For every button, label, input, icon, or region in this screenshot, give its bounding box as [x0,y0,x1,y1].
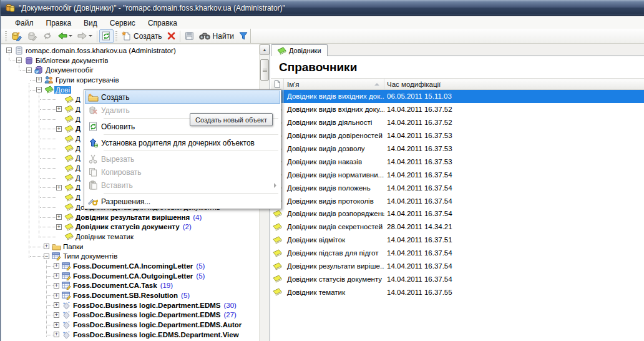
tree-item[interactable]: +Групи користувачів [1,75,270,85]
menu-вид[interactable]: Вид [77,17,104,29]
refresh-icon [85,122,101,131]
title-bar[interactable]: "Документообіг (Довідники)" - "romapc.do… [1,0,644,16]
tree-item-label: Foss.Document.SB.Resolution [72,292,179,299]
menu-сервис[interactable]: Сервис [104,17,142,29]
row-modified: 14.04.2011 16.37.53 [384,145,644,152]
toolbar-grip[interactable] [5,31,7,41]
toolbar-grip[interactable] [115,31,117,41]
row-modified: 14.04.2011 16.37.52 [384,119,644,126]
tree-item[interactable]: +Довідник статусів документу(2) [1,222,270,232]
row-modified: 28.04.2011 14.34.21 [384,223,644,230]
table-row[interactable]: Довідник видів довіреностей14.04.2011 16… [271,129,644,142]
table-row[interactable]: Довідник видів секретностей28.04.2011 14… [271,220,644,234]
expand-icon[interactable]: + [54,302,59,308]
collapse-icon[interactable]: − [6,47,12,53]
table-row[interactable]: Довідник видів вихідних док...06.05.2011… [271,90,644,103]
table-row[interactable]: Довідник видів розпоряджень14.04.2011 16… [271,207,644,220]
app-icon [5,3,15,13]
row-name: Довідник видів діяльності [284,119,384,126]
expand-icon[interactable]: + [54,312,59,318]
refresh-button[interactable] [99,29,114,43]
collapse-icon[interactable]: − [26,67,32,73]
collapse-icon[interactable]: − [16,57,22,63]
collapse-icon[interactable]: − [36,87,42,92]
expand-icon[interactable]: + [54,283,59,289]
tree-item[interactable]: +Foss.Document.CA.IncomingLetter(5) [1,261,270,271]
expand-icon[interactable]: + [56,185,62,190]
filter-button[interactable] [237,29,250,43]
tree-item[interactable]: −Типи документів [1,251,270,261]
tree-item[interactable]: +FossDoc.Business logic.Department.EDMS(… [1,310,270,320]
expand-icon[interactable]: + [54,293,59,299]
table-row[interactable]: Довідник видів дозволу14.04.2011 16.37.5… [271,142,644,156]
row-modified: 06.05.2011 15.11.03 [384,92,644,100]
name-column-header[interactable]: Ім'я [284,79,384,89]
collapse-icon[interactable]: − [44,254,49,259]
row-modified: 14.04.2011 16.37.53 [384,158,644,166]
expand-icon[interactable]: + [54,322,59,328]
expand-icon[interactable]: + [54,273,59,279]
tree-item[interactable]: +Foss.Document.SB.Resolution(5) [1,290,270,300]
back-dropdown-caret[interactable] [69,35,72,37]
table-row[interactable]: Довідник видів вхідних доку...14.04.2011… [271,103,644,116]
tree-item[interactable]: +FossDoc.Business logic.Department.EDMS.… [1,320,270,330]
table-row[interactable]: Довідник відміток14.04.2011 16.37.51 [271,234,644,247]
tree-item-label: Д [74,164,82,172]
table-row[interactable]: Довідник статусів документу14.04.2011 16… [271,272,644,285]
tree-item-label: Д [74,96,82,103]
table-row[interactable]: Довідник видів положень14.04.2011 16.37.… [271,181,644,194]
tree-item-label: Д [74,116,82,123]
delete-button[interactable] [165,29,178,43]
tree-item[interactable]: +Foss.Document.CA.OutgoingLetter(5) [1,271,270,281]
folder-new-icon [85,93,101,102]
book-yellow-icon [64,105,74,113]
menu-item-permissions[interactable]: Разрешения... [85,195,280,208]
table-row[interactable]: Довідник видів протоколів14.04.2011 16.3… [271,194,644,207]
table-row[interactable]: Довідник результати виріше...14.04.2011 … [271,260,644,273]
menu-справка[interactable]: Справка [142,17,183,29]
expand-icon[interactable]: + [56,224,62,230]
table-row[interactable]: Довідник видів наказів14.04.2011 16.37.5… [271,155,644,168]
table-row[interactable]: Довідник тематик14.04.2011 16.37.55 [271,285,644,299]
expand-icon[interactable]: + [56,214,62,220]
tree-item[interactable]: −Бібліотеки документів [1,56,270,66]
tab-dovidnyky[interactable]: Довідники [271,44,328,56]
tree-item[interactable]: Довідник тематик [1,232,270,242]
tree-connector [47,325,54,325]
modified-column-header[interactable]: Час модифікації [384,81,644,88]
list-header: Ім'я Час модифікації [271,78,644,90]
table-row[interactable]: Довідник видів діяльності14.04.2011 16.3… [271,116,644,129]
menu-item-up-parent[interactable]: Установка родителя для дочерних объектов [85,136,280,149]
row-modified: 14.04.2011 16.37.54 [384,184,644,192]
tree-item[interactable]: +Папки [1,242,270,252]
back-button[interactable] [55,29,75,43]
new-object-button[interactable] [9,29,24,43]
tree-item[interactable]: +Foss.Document.CA.Task(19) [1,281,270,291]
tree-item[interactable]: +FossDoc.Business logic.EDMS.Department.… [1,330,270,340]
tree-item[interactable]: −romapc.domain.foss.kharkov.ua (Administ… [1,46,270,56]
create-button[interactable]: Создать [119,29,165,43]
tree-item[interactable]: +FossDoc.Business logic.Department.EDMS(… [1,300,270,310]
book-green-icon [44,86,54,94]
expand-icon[interactable]: + [56,126,62,132]
expand-icon[interactable]: + [44,244,49,249]
expand-icon[interactable]: + [56,106,62,112]
row-modified: 14.04.2011 16.37.54 [384,171,644,179]
table-row[interactable]: Довідник підстав для підгот14.04.2011 16… [271,247,644,260]
type-column-header[interactable] [271,79,284,89]
tree-item[interactable]: −Документообіг [1,65,270,75]
table-row[interactable]: Довідник видів нормативни...14.04.2011 1… [271,168,644,181]
find-button[interactable]: Найти [197,29,237,43]
tree-connector [40,99,56,100]
expand-icon[interactable]: + [36,77,42,82]
expand-icon[interactable]: + [54,263,59,269]
row-name: Довідник видів секретностей [284,223,384,230]
window-title: "Документообіг (Довідники)" - "romapc.do… [19,4,285,12]
menu-файл[interactable]: Файл [9,17,40,29]
new-database-icon [11,31,22,41]
row-modified: 14.04.2011 16.37.53 [384,132,644,139]
menu-item-folder-new[interactable]: Создать [85,91,280,104]
menu-правка[interactable]: Правка [40,17,78,29]
tree-item[interactable]: +Довідник результати вирішення(4) [1,212,270,222]
expand-icon[interactable]: + [54,332,59,337]
